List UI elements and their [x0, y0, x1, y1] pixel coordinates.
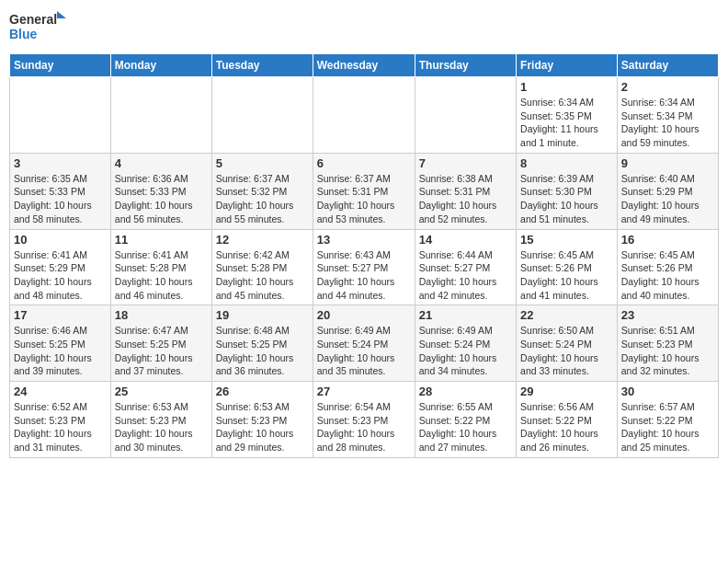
- calendar-cell: 29Sunrise: 6:56 AM Sunset: 5:22 PM Dayli…: [517, 382, 618, 458]
- day-info: Sunrise: 6:44 AM Sunset: 5:27 PM Dayligh…: [419, 248, 512, 303]
- day-info: Sunrise: 6:56 AM Sunset: 5:22 PM Dayligh…: [520, 400, 613, 454]
- calendar-cell: 9Sunrise: 6:40 AM Sunset: 5:29 PM Daylig…: [617, 153, 718, 229]
- day-number: 18: [115, 308, 208, 322]
- day-number: 30: [621, 385, 714, 398]
- calendar-cell: 7Sunrise: 6:38 AM Sunset: 5:31 PM Daylig…: [415, 153, 516, 229]
- calendar-cell: 5Sunrise: 6:37 AM Sunset: 5:32 PM Daylig…: [211, 153, 313, 229]
- calendar-cell: [110, 77, 211, 154]
- calendar-cell: 24Sunrise: 6:52 AM Sunset: 5:23 PM Dayli…: [10, 382, 111, 458]
- calendar-cell: 6Sunrise: 6:37 AM Sunset: 5:31 PM Daylig…: [313, 153, 415, 229]
- day-number: 8: [520, 156, 613, 170]
- day-info: Sunrise: 6:51 AM Sunset: 5:23 PM Dayligh…: [621, 324, 714, 378]
- weekday-header-monday: Monday: [110, 54, 211, 77]
- day-number: 25: [115, 385, 208, 398]
- weekday-header-sunday: Sunday: [10, 54, 111, 77]
- calendar-cell: 14Sunrise: 6:44 AM Sunset: 5:27 PM Dayli…: [415, 229, 516, 305]
- day-number: 29: [520, 385, 613, 398]
- calendar-cell: 21Sunrise: 6:49 AM Sunset: 5:24 PM Dayli…: [415, 305, 516, 382]
- day-number: 28: [419, 385, 512, 398]
- day-info: Sunrise: 6:41 AM Sunset: 5:29 PM Dayligh…: [14, 248, 107, 303]
- calendar-cell: 10Sunrise: 6:41 AM Sunset: 5:29 PM Dayli…: [10, 229, 111, 305]
- day-info: Sunrise: 6:38 AM Sunset: 5:31 PM Dayligh…: [419, 172, 512, 226]
- day-info: Sunrise: 6:37 AM Sunset: 5:31 PM Dayligh…: [317, 172, 411, 226]
- calendar-cell: 3Sunrise: 6:35 AM Sunset: 5:33 PM Daylig…: [10, 153, 111, 229]
- page-header: GeneralBlue: [9, 9, 719, 46]
- calendar-cell: 13Sunrise: 6:43 AM Sunset: 5:27 PM Dayli…: [313, 229, 415, 305]
- calendar-cell: [415, 77, 516, 154]
- day-number: 14: [419, 233, 512, 247]
- day-info: Sunrise: 6:54 AM Sunset: 5:23 PM Dayligh…: [317, 400, 411, 454]
- day-info: Sunrise: 6:49 AM Sunset: 5:24 PM Dayligh…: [419, 324, 512, 378]
- weekday-header-thursday: Thursday: [415, 54, 516, 77]
- day-info: Sunrise: 6:40 AM Sunset: 5:29 PM Dayligh…: [621, 172, 714, 226]
- day-number: 1: [520, 80, 613, 94]
- day-info: Sunrise: 6:42 AM Sunset: 5:28 PM Dayligh…: [216, 248, 309, 303]
- calendar-cell: 4Sunrise: 6:36 AM Sunset: 5:33 PM Daylig…: [110, 153, 211, 229]
- calendar-cell: [313, 77, 415, 154]
- svg-marker-1: [57, 11, 66, 18]
- logo-icon: GeneralBlue: [9, 9, 74, 46]
- day-number: 22: [520, 308, 613, 322]
- calendar-cell: 26Sunrise: 6:53 AM Sunset: 5:23 PM Dayli…: [211, 382, 313, 458]
- day-number: 17: [14, 308, 107, 322]
- day-info: Sunrise: 6:52 AM Sunset: 5:23 PM Dayligh…: [14, 400, 107, 454]
- day-info: Sunrise: 6:48 AM Sunset: 5:25 PM Dayligh…: [216, 324, 309, 378]
- day-info: Sunrise: 6:53 AM Sunset: 5:23 PM Dayligh…: [115, 400, 208, 454]
- day-info: Sunrise: 6:39 AM Sunset: 5:30 PM Dayligh…: [520, 172, 613, 226]
- day-number: 6: [317, 156, 411, 170]
- calendar-cell: 25Sunrise: 6:53 AM Sunset: 5:23 PM Dayli…: [110, 382, 211, 458]
- weekday-header-tuesday: Tuesday: [211, 54, 313, 77]
- svg-text:General: General: [9, 12, 57, 27]
- calendar-table: SundayMondayTuesdayWednesdayThursdayFrid…: [9, 53, 719, 458]
- day-info: Sunrise: 6:34 AM Sunset: 5:34 PM Dayligh…: [621, 96, 714, 150]
- calendar-cell: [10, 77, 111, 154]
- calendar-cell: 17Sunrise: 6:46 AM Sunset: 5:25 PM Dayli…: [10, 305, 111, 382]
- week-row-2: 3Sunrise: 6:35 AM Sunset: 5:33 PM Daylig…: [10, 153, 719, 229]
- day-number: 10: [14, 233, 107, 247]
- weekday-header-row: SundayMondayTuesdayWednesdayThursdayFrid…: [10, 54, 719, 77]
- day-number: 11: [115, 233, 208, 247]
- day-info: Sunrise: 6:46 AM Sunset: 5:25 PM Dayligh…: [14, 324, 107, 378]
- day-number: 21: [419, 308, 512, 322]
- calendar-cell: 11Sunrise: 6:41 AM Sunset: 5:28 PM Dayli…: [110, 229, 211, 305]
- day-number: 9: [621, 156, 714, 170]
- day-info: Sunrise: 6:55 AM Sunset: 5:22 PM Dayligh…: [419, 400, 512, 454]
- weekday-header-wednesday: Wednesday: [313, 54, 415, 77]
- day-info: Sunrise: 6:35 AM Sunset: 5:33 PM Dayligh…: [14, 172, 107, 226]
- svg-text:Blue: Blue: [9, 27, 38, 41]
- week-row-3: 10Sunrise: 6:41 AM Sunset: 5:29 PM Dayli…: [10, 229, 719, 305]
- week-row-1: 1Sunrise: 6:34 AM Sunset: 5:35 PM Daylig…: [10, 77, 719, 154]
- day-number: 20: [317, 308, 411, 322]
- day-number: 23: [621, 308, 714, 322]
- day-info: Sunrise: 6:41 AM Sunset: 5:28 PM Dayligh…: [115, 248, 208, 303]
- calendar-cell: 27Sunrise: 6:54 AM Sunset: 5:23 PM Dayli…: [313, 382, 415, 458]
- day-info: Sunrise: 6:45 AM Sunset: 5:26 PM Dayligh…: [520, 248, 613, 303]
- day-number: 24: [14, 385, 107, 398]
- calendar-cell: 20Sunrise: 6:49 AM Sunset: 5:24 PM Dayli…: [313, 305, 415, 382]
- weekday-header-saturday: Saturday: [617, 54, 718, 77]
- day-number: 3: [14, 156, 107, 170]
- day-info: Sunrise: 6:47 AM Sunset: 5:25 PM Dayligh…: [115, 324, 208, 378]
- weekday-header-friday: Friday: [517, 54, 618, 77]
- day-info: Sunrise: 6:49 AM Sunset: 5:24 PM Dayligh…: [317, 324, 411, 378]
- day-number: 7: [419, 156, 512, 170]
- calendar-cell: 23Sunrise: 6:51 AM Sunset: 5:23 PM Dayli…: [617, 305, 718, 382]
- day-number: 16: [621, 233, 714, 247]
- calendar-cell: 28Sunrise: 6:55 AM Sunset: 5:22 PM Dayli…: [415, 382, 516, 458]
- day-number: 19: [216, 308, 309, 322]
- calendar-cell: 8Sunrise: 6:39 AM Sunset: 5:30 PM Daylig…: [517, 153, 618, 229]
- day-number: 27: [317, 385, 411, 398]
- calendar-cell: 1Sunrise: 6:34 AM Sunset: 5:35 PM Daylig…: [517, 77, 618, 154]
- calendar-cell: 18Sunrise: 6:47 AM Sunset: 5:25 PM Dayli…: [110, 305, 211, 382]
- calendar-cell: 19Sunrise: 6:48 AM Sunset: 5:25 PM Dayli…: [211, 305, 313, 382]
- day-info: Sunrise: 6:43 AM Sunset: 5:27 PM Dayligh…: [317, 248, 411, 303]
- day-number: 26: [216, 385, 309, 398]
- calendar-cell: 22Sunrise: 6:50 AM Sunset: 5:24 PM Dayli…: [517, 305, 618, 382]
- calendar-cell: 2Sunrise: 6:34 AM Sunset: 5:34 PM Daylig…: [617, 77, 718, 154]
- day-number: 2: [621, 80, 714, 94]
- calendar-cell: [211, 77, 313, 154]
- calendar-cell: 12Sunrise: 6:42 AM Sunset: 5:28 PM Dayli…: [211, 229, 313, 305]
- day-number: 15: [520, 233, 613, 247]
- day-info: Sunrise: 6:36 AM Sunset: 5:33 PM Dayligh…: [115, 172, 208, 226]
- day-number: 12: [216, 233, 309, 247]
